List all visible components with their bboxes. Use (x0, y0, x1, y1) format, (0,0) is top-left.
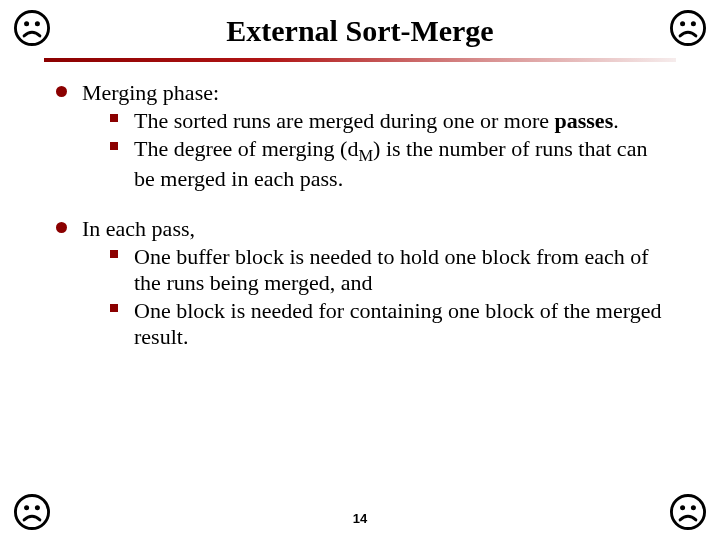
svg-point-4 (680, 21, 685, 26)
square-bullet-icon (110, 108, 134, 134)
square-bullet-icon (110, 244, 134, 296)
sub-bullet-text: The sorted runs are merged during one or… (134, 108, 664, 134)
svg-point-0 (15, 11, 48, 44)
bullet-lead: Merging phase: (82, 80, 219, 105)
bullet-item: In each pass, One buffer block is needed… (56, 216, 664, 352)
slide-title: External Sort-Merge (0, 0, 720, 48)
sub-bullet-item: The degree of merging (dM) is the number… (110, 136, 664, 192)
slide-body: Merging phase: The sorted runs are merge… (0, 62, 720, 351)
svg-point-7 (24, 505, 29, 510)
page-number: 14 (0, 511, 720, 526)
svg-point-2 (35, 21, 40, 26)
svg-point-8 (35, 505, 40, 510)
bullet-lead: In each pass, (82, 216, 195, 241)
svg-point-11 (691, 505, 696, 510)
svg-point-5 (691, 21, 696, 26)
square-bullet-icon (110, 298, 134, 350)
svg-point-3 (671, 11, 704, 44)
sub-bullet-text: The degree of merging (dM) is the number… (134, 136, 664, 192)
circle-bullet-icon (56, 216, 82, 352)
svg-point-1 (24, 21, 29, 26)
svg-point-10 (680, 505, 685, 510)
sub-bullet-item: One block is needed for containing one b… (110, 298, 664, 350)
square-bullet-icon (110, 136, 134, 192)
circle-bullet-icon (56, 80, 82, 194)
bullet-item: Merging phase: The sorted runs are merge… (56, 80, 664, 194)
sad-face-icon (14, 10, 50, 46)
sub-bullet-text: One block is needed for containing one b… (134, 298, 664, 350)
sub-bullet-item: One buffer block is needed to hold one b… (110, 244, 664, 296)
sad-face-icon (670, 10, 706, 46)
sub-bullet-item: The sorted runs are merged during one or… (110, 108, 664, 134)
sub-bullet-text: One buffer block is needed to hold one b… (134, 244, 664, 296)
